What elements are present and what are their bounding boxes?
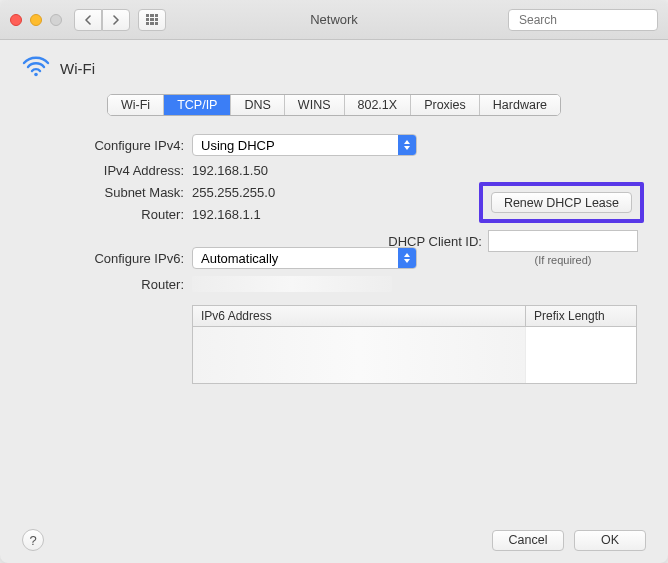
wifi-icon bbox=[22, 54, 50, 82]
ipv4-router-value: 192.168.1.1 bbox=[192, 207, 261, 222]
configure-ipv6-label: Configure IPv6: bbox=[22, 251, 192, 266]
forward-button[interactable] bbox=[102, 9, 130, 31]
renew-dhcp-lease-button[interactable]: Renew DHCP Lease bbox=[491, 192, 632, 213]
search-field[interactable] bbox=[508, 9, 658, 31]
minimize-window-button[interactable] bbox=[30, 14, 42, 26]
ipv6-table-body bbox=[193, 327, 636, 383]
window-title: Network bbox=[310, 12, 358, 27]
pane-title: Wi-Fi bbox=[60, 60, 95, 77]
ok-button[interactable]: OK bbox=[574, 530, 646, 551]
ipv6-col-prefix[interactable]: Prefix Length bbox=[526, 306, 636, 326]
grid-icon bbox=[146, 14, 158, 26]
subnet-mask-label: Subnet Mask: bbox=[22, 185, 192, 200]
tab-dns[interactable]: DNS bbox=[231, 95, 284, 115]
tab-hardware[interactable]: Hardware bbox=[480, 95, 560, 115]
configure-ipv4-value: Using DHCP bbox=[201, 138, 275, 153]
subnet-mask-value: 255.255.255.0 bbox=[192, 185, 275, 200]
tab-bar: Wi-Fi TCP/IP DNS WINS 802.1X Proxies Har… bbox=[107, 94, 561, 116]
pane-header: Wi-Fi bbox=[22, 54, 646, 82]
search-input[interactable] bbox=[519, 13, 668, 27]
ipv6-prefix-cell bbox=[526, 327, 636, 383]
configure-ipv4-select[interactable]: Using DHCP bbox=[192, 134, 417, 156]
show-all-button[interactable] bbox=[138, 9, 166, 31]
titlebar: Network bbox=[0, 0, 668, 40]
close-window-button[interactable] bbox=[10, 14, 22, 26]
renew-highlight: Renew DHCP Lease bbox=[479, 182, 644, 223]
tab-tcpip[interactable]: TCP/IP bbox=[164, 95, 231, 115]
ipv6-address-cell-redacted bbox=[193, 327, 526, 383]
ipv4-address-value: 192.168.1.50 bbox=[192, 163, 268, 178]
tab-wins[interactable]: WINS bbox=[285, 95, 345, 115]
ipv4-router-label: Router: bbox=[22, 207, 192, 222]
tab-proxies[interactable]: Proxies bbox=[411, 95, 480, 115]
help-button[interactable]: ? bbox=[22, 529, 44, 551]
window-controls bbox=[10, 14, 62, 26]
configure-ipv6-value: Automatically bbox=[201, 251, 278, 266]
ipv6-col-address[interactable]: IPv6 Address bbox=[193, 306, 526, 326]
back-button[interactable] bbox=[74, 9, 102, 31]
chevron-updown-icon bbox=[398, 135, 416, 155]
zoom-window-button bbox=[50, 14, 62, 26]
nav-group bbox=[74, 9, 130, 31]
cancel-button[interactable]: Cancel bbox=[492, 530, 564, 551]
configure-ipv4-label: Configure IPv4: bbox=[22, 138, 192, 153]
ipv6-router-label: Router: bbox=[22, 277, 192, 292]
configure-ipv6-select[interactable]: Automatically bbox=[192, 247, 417, 269]
ipv6-table: IPv6 Address Prefix Length bbox=[192, 305, 637, 384]
if-required-hint: (If required) bbox=[488, 254, 638, 266]
tab-8021x[interactable]: 802.1X bbox=[345, 95, 412, 115]
ipv6-router-value-redacted bbox=[192, 276, 392, 292]
tab-wifi[interactable]: Wi-Fi bbox=[108, 95, 164, 115]
dhcp-client-id-input[interactable] bbox=[488, 230, 638, 252]
dhcp-client-id-label: DHCP Client ID: bbox=[388, 234, 482, 249]
ipv4-address-label: IPv4 Address: bbox=[22, 163, 192, 178]
svg-point-2 bbox=[34, 73, 38, 77]
